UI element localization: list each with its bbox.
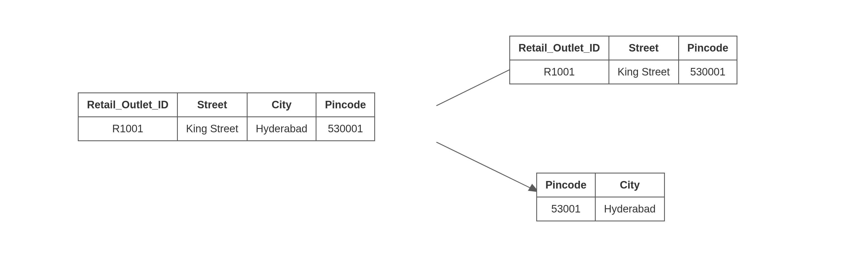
header-pincode: Pincode <box>537 173 595 197</box>
header-city: City <box>247 93 316 117</box>
arrow-icon <box>436 142 539 192</box>
cell-retail-outlet-id: R1001 <box>79 117 178 141</box>
svg-line-2 <box>436 142 532 189</box>
header-city: City <box>595 173 664 197</box>
cell-retail-outlet-id: R1001 <box>510 60 609 84</box>
header-pincode: Pincode <box>316 93 375 117</box>
svg-line-0 <box>436 68 513 106</box>
header-street: Street <box>177 93 247 117</box>
header-retail-outlet-id: Retail_Outlet_ID <box>510 36 609 60</box>
cell-pincode: 530001 <box>316 117 375 141</box>
cell-city: Hyderabad <box>247 117 316 141</box>
cell-pincode: 530001 <box>679 60 737 84</box>
table-header-row: Pincode City <box>537 173 664 197</box>
header-street: Street <box>609 36 679 60</box>
table-row: R1001 King Street 530001 <box>510 60 737 84</box>
table-header-row: Retail_Outlet_ID Street Pincode <box>510 36 737 60</box>
table-row: R1001 King Street Hyderabad 530001 <box>79 117 375 141</box>
cell-pincode: 53001 <box>537 197 595 221</box>
table-row: 53001 Hyderabad <box>537 197 664 221</box>
header-pincode: Pincode <box>679 36 737 60</box>
result-table-1: Retail_Outlet_ID Street Pincode R1001 Ki… <box>509 36 737 84</box>
source-table: Retail_Outlet_ID Street City Pincode R10… <box>78 92 375 141</box>
cell-street: King Street <box>177 117 247 141</box>
cell-street: King Street <box>609 60 679 84</box>
arrow-icon <box>436 64 520 106</box>
result-table-2: Pincode City 53001 Hyderabad <box>536 173 665 221</box>
table-header-row: Retail_Outlet_ID Street City Pincode <box>79 93 375 117</box>
header-retail-outlet-id: Retail_Outlet_ID <box>79 93 178 117</box>
cell-city: Hyderabad <box>595 197 664 221</box>
